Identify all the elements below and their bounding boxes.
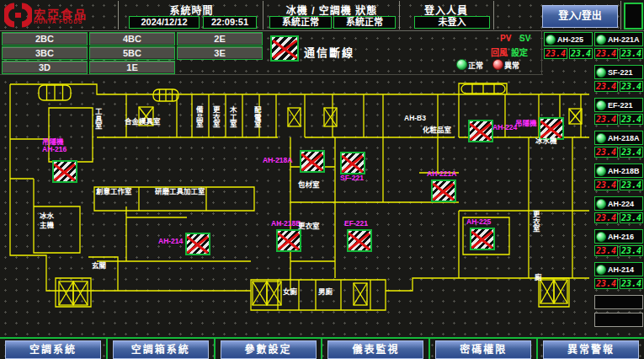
bottom-menu-bar: 空調系統空調箱系統參數設定儀表監視密碼權限異常警報 [0,337,644,359]
sv-value-ah-218b: 23.4 [620,180,643,190]
device-label: 吊隱機AH-216 [42,138,67,154]
menu-button-空調系統[interactable]: 空調系統 [5,340,101,359]
room-label: 工具室 [93,108,101,130]
device-label: AH-224 [492,124,517,131]
unit-name-label: AH-216 [608,233,634,241]
unit-name-label: SF-221 [608,68,633,77]
unit-name-label: AH-221A [608,35,640,44]
device-comm-loss-icon-ah-214[interactable] [185,233,210,255]
run-lamp-icon [596,265,606,275]
sv-value-ah-221a: 23.4 [620,48,643,59]
unit-name-label: AH-225 [557,35,583,44]
unit-name-ah-224[interactable]: AH-224 [594,196,643,211]
sv-value-ah-224: 23.4 [620,212,643,223]
sv-value-ef-221: 23.4 [620,114,643,125]
empty-unit-slot [594,313,643,327]
room-label: 化粧品室 [423,126,451,134]
unit-name-label: AH-218A [608,134,640,142]
room-label: 玄關 [92,262,106,270]
header-divider [263,1,263,29]
floor-button-1e[interactable]: 1E [89,61,175,74]
run-lamp-icon [596,67,606,78]
unit-name-label: AH-214 [608,265,634,274]
floor-selector-grid: 2BC4BC2E3BC5BC3E3D1E [2,32,268,76]
unit-block-ah-224: AH-22423.423.4 [594,196,643,223]
unit-block-ah-225: AH-22523.423.4 [544,32,593,59]
floor-button-2bc[interactable]: 2BC [2,32,88,46]
unit-name-label: AH-218B [608,167,640,175]
system-time-label: 系統時間 [122,3,261,17]
room-label: 冰水機 [535,137,557,145]
device-comm-loss-icon-sf-221[interactable] [340,152,365,174]
pv-value-ah-225: 23.4 [544,48,567,59]
unit-name-ah-218a[interactable]: AH-218A [594,131,643,145]
room-label: 配電室 [253,106,260,128]
floor-button-2e[interactable]: 2E [177,32,263,46]
empty-unit-slot [594,295,643,309]
sv-value-ah-214: 23.4 [620,278,643,289]
floor-button-3bc[interactable]: 3BC [2,46,88,60]
room-label: 備品室 [194,106,202,128]
room-label: 更衣室 [531,211,539,233]
ac-status-display: 系統正常 [333,16,396,29]
pv-value-ah-216: 23.4 [594,245,618,256]
pv-column-label: PV [500,34,511,43]
unit-name-sf-221[interactable]: SF-221 [594,65,643,79]
login-user-label: 登入人員 [401,3,492,17]
unit-name-ah-214[interactable]: AH-214 [594,262,643,276]
room-label: 主機 [40,222,54,229]
menu-button-異常警報[interactable]: 異常警報 [543,340,639,359]
device-label: SF-221 [340,174,364,182]
run-lamp-icon [596,232,606,242]
chiller-status-display: 系統正常 [269,16,332,29]
device-comm-loss-icon-ah-225[interactable] [470,228,495,250]
device-label: AH-214 [158,238,183,245]
device-comm-loss-icon-ah-221a[interactable] [431,180,456,202]
menu-button-空調箱系統[interactable]: 空調箱系統 [113,340,209,359]
room-label: AH-B3 [404,115,426,122]
floor-button-3d[interactable]: 3D [2,61,88,74]
divider [0,74,543,75]
bottom-menu-cell: 空調系統 [0,339,108,359]
unit-name-ah-225[interactable]: AH-225 [544,32,593,46]
floor-button-3e[interactable]: 3E [177,46,263,60]
device-comm-loss-icon-ah-218b[interactable] [276,229,301,252]
menu-button-參數設定[interactable]: 參數設定 [221,340,317,359]
floor-button-4bc[interactable]: 4BC [89,32,175,46]
room-label: 創意工作室 [96,188,132,196]
pv-value-ah-224: 23.4 [594,212,618,223]
room-label: 更衣室 [298,222,320,230]
unit-column-right: AH-221A23.423.4SF-22123.423.4EF-22123.42… [594,32,643,330]
menu-button-密碼權限[interactable]: 密碼權限 [435,340,531,359]
comm-loss-legend-icon [270,35,299,62]
run-lamp-icon [596,166,606,176]
unit-name-ah-218b[interactable]: AH-218B [594,163,643,178]
device-comm-loss-icon-ah-216[interactable] [52,160,77,183]
pv-value-ah-221a: 23.4 [594,48,618,59]
unit-block-ah-218b: AH-218B23.423.4 [594,163,643,190]
device-label: 吊隱機 [515,120,537,127]
hmi-screen: 宏亞食品 HUNYA FOODS 系統時間 2024/12/12 22:09:5… [0,0,644,359]
sv-value-ah-216: 23.4 [620,245,643,256]
unit-name-label: EF-221 [608,101,633,110]
unit-block-ah-218a: AH-218A23.423.4 [594,131,643,158]
sv-value-ah-225: 23.4 [569,48,593,59]
login-logout-button[interactable]: 登入/登出 [542,5,618,28]
pv-value-ef-221: 23.4 [594,114,618,125]
device-comm-loss-icon-ah-218a[interactable] [300,150,325,173]
unit-block-ah-214: AH-21423.423.4 [594,262,643,289]
bottom-menu-cell: 異常警報 [538,339,644,359]
pv-value-ah-218a: 23.4 [594,147,618,158]
floor-button-5bc[interactable]: 5BC [89,46,175,60]
unit-name-ah-221a[interactable]: AH-221A [594,32,643,46]
device-comm-loss-icon-ef-221[interactable] [347,229,372,252]
device-comm-loss-icon-ah-224[interactable] [468,120,493,142]
unit-name-ef-221[interactable]: EF-221 [594,98,643,112]
comm-loss-legend-label: 通信斷線 [304,44,354,60]
header-divider [493,1,494,29]
pv-value-ah-214: 23.4 [594,278,618,289]
menu-button-儀表監視[interactable]: 儀表監視 [327,340,423,359]
login-state-display: 未登入 [414,16,490,29]
unit-name-ah-216[interactable]: AH-216 [594,229,643,244]
device-label: AH-221A [427,170,456,178]
